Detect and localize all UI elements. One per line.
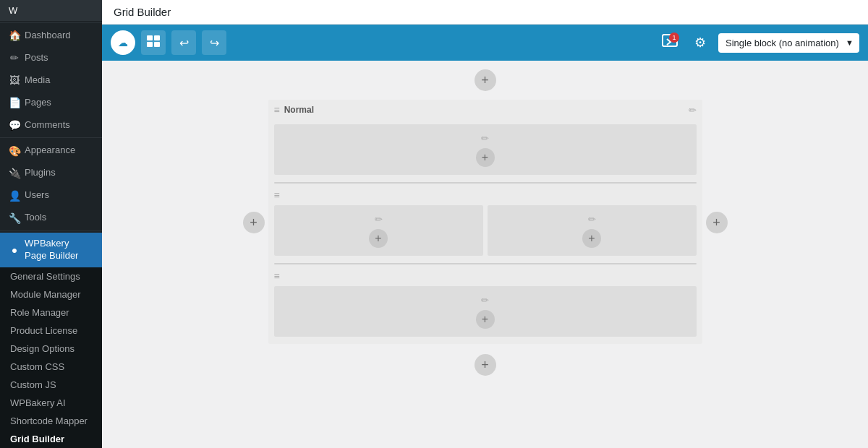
block-row-3: ✏ + — [268, 282, 702, 344]
posts-icon: ✏ — [9, 52, 20, 64]
sidebar-item-pages[interactable]: 📄 Pages — [0, 92, 102, 114]
submenu-general-settings[interactable]: General Settings — [0, 267, 102, 285]
sidebar-item-wpbakery[interactable]: ● WPBakery Page Builder — [0, 233, 102, 267]
undo-button[interactable]: ↩ — [171, 30, 196, 55]
sidebar-item-label: Users — [25, 189, 49, 202]
animation-select[interactable]: Single block (no animation) Multiple blo… — [718, 33, 859, 53]
row-separator-2 — [268, 260, 702, 267]
preview-badge: 1 — [669, 33, 679, 43]
undo-icon: ↩ — [179, 36, 189, 50]
inner-col-1-1: ✏ + — [274, 124, 697, 175]
col-edit-icon-2[interactable]: ✏ — [375, 214, 383, 225]
redo-icon: ↪ — [210, 36, 219, 50]
layout-button[interactable] — [141, 30, 166, 55]
submenu-role-manager[interactable]: Role Manager — [0, 303, 102, 322]
redo-button[interactable]: ↪ — [202, 30, 226, 55]
submenu-custom-js[interactable]: Custom JS — [0, 376, 102, 394]
canvas-area: + + ≡ Normal ✏ — [102, 61, 868, 448]
col-add-button-2[interactable]: + — [369, 229, 388, 248]
add-col-right-button[interactable]: + — [706, 212, 728, 233]
col-edit-icon-3[interactable]: ✏ — [588, 214, 596, 225]
sidebar-item-posts[interactable]: ✏ Posts — [0, 47, 102, 69]
add-row-top-button[interactable]: + — [475, 69, 496, 91]
wp-logo-icon: W — [9, 5, 17, 16]
sidebar-item-label: WPBakery Page Builder — [25, 238, 93, 262]
col-edit-icon-4[interactable]: ✏ — [481, 295, 489, 306]
svg-rect-1 — [154, 35, 160, 40]
col-add-button-4[interactable]: + — [476, 310, 495, 329]
svg-rect-0 — [147, 35, 153, 40]
submenu-design-options[interactable]: Design Options — [0, 340, 102, 358]
layout-icon — [147, 35, 160, 50]
sidebar-item-media[interactable]: 🖼 Media — [0, 69, 102, 92]
block-label: Normal — [284, 105, 689, 115]
submenu-module-manager[interactable]: Module Manager — [0, 285, 102, 303]
submenu-product-license[interactable]: Product License — [0, 322, 102, 340]
sidebar: W 🏠 Dashboard ✏ Posts 🖼 Media 📄 Pages 💬 … — [0, 0, 102, 448]
dashboard-icon: 🏠 — [9, 30, 20, 41]
svg-rect-2 — [147, 42, 153, 47]
sidebar-item-plugins[interactable]: 🔌 Plugins — [0, 162, 102, 184]
animation-select-wrap: Single block (no animation) Multiple blo… — [718, 33, 859, 53]
svg-rect-3 — [154, 42, 160, 47]
main-content: Grid Builder ☁ ↩ ↪ — [102, 0, 868, 448]
sidebar-item-label: Dashboard — [25, 30, 71, 42]
sidebar-item-appearance[interactable]: 🎨 Appearance — [0, 139, 102, 162]
sidebar-item-dashboard[interactable]: 🏠 Dashboard — [0, 25, 102, 47]
sidebar-item-label: Media — [25, 74, 50, 87]
block-row-2: ✏ + ✏ + — [268, 201, 702, 260]
cloud-save-button[interactable]: ☁ — [111, 30, 135, 55]
preview-button[interactable]: 1 — [658, 30, 682, 55]
tools-icon: 🔧 — [9, 212, 20, 224]
submenu-wpbakery-ai[interactable]: WPBakery AI — [0, 394, 102, 412]
inner-col-2-1: ✏ + — [274, 205, 483, 256]
block-edit-button[interactable]: ✏ — [689, 105, 697, 116]
row-separator-1 — [268, 179, 702, 186]
sidebar-item-users[interactable]: 👤 Users — [0, 184, 102, 207]
content-block-normal: ≡ Normal ✏ ✏ + — [268, 100, 702, 344]
submenu-custom-css[interactable]: Custom CSS — [0, 358, 102, 376]
grid-block: ≡ Normal ✏ ✏ + — [268, 100, 702, 345]
cloud-icon: ☁ — [118, 37, 128, 48]
main-block-row: + ≡ Normal ✏ ✏ — [239, 100, 731, 345]
toolbar: ☁ ↩ ↪ — [102, 25, 868, 61]
page-title-bar: Grid Builder — [102, 0, 868, 25]
top-add-row: + — [239, 61, 731, 100]
submenu-grid-builder[interactable]: Grid Builder — [0, 430, 102, 448]
pages-icon: 📄 — [9, 97, 20, 108]
block-row-3-header: ≡ — [268, 267, 702, 282]
right-add-button-wrap: + — [702, 212, 731, 233]
sidebar-item-label: Posts — [25, 52, 48, 64]
submenu-shortcode-mapper[interactable]: Shortcode Mapper — [0, 412, 102, 430]
page-title: Grid Builder — [114, 6, 171, 18]
left-add-button-wrap: + — [239, 212, 268, 233]
inner-col-3-1: ✏ + — [274, 286, 697, 337]
inner-col-2-2: ✏ + — [488, 205, 697, 256]
media-icon: 🖼 — [9, 74, 20, 86]
add-row-bottom-button[interactable]: + — [475, 354, 496, 376]
sidebar-item-label: Appearance — [25, 145, 75, 157]
sidebar-submenu: General Settings Module Manager Role Man… — [0, 267, 102, 448]
col-add-button-3[interactable]: + — [582, 229, 601, 248]
block-row-1: ✏ + — [268, 120, 702, 179]
wpbakery-icon: ● — [9, 244, 20, 256]
block-row-2-header: ≡ — [268, 186, 702, 201]
sidebar-item-label: Tools — [25, 212, 46, 224]
add-col-left-button[interactable]: + — [243, 212, 265, 233]
drag-handle-row2-icon[interactable]: ≡ — [274, 189, 280, 201]
sidebar-item-tools[interactable]: 🔧 Tools — [0, 207, 102, 229]
col-add-button[interactable]: + — [476, 148, 495, 167]
settings-icon: ⚙ — [694, 35, 706, 51]
bottom-add-row: + — [239, 345, 731, 384]
sidebar-logo[interactable]: W — [0, 0, 102, 21]
plugins-icon: 🔌 — [9, 168, 20, 179]
settings-button[interactable]: ⚙ — [688, 30, 712, 55]
sidebar-item-comments[interactable]: 💬 Comments — [0, 114, 102, 137]
col-edit-icon[interactable]: ✏ — [481, 133, 489, 144]
drag-handle-icon[interactable]: ≡ — [274, 104, 280, 116]
sidebar-item-label: Plugins — [25, 167, 56, 179]
appearance-icon: 🎨 — [9, 145, 20, 157]
sidebar-item-label: Comments — [25, 119, 70, 132]
drag-handle-row3-icon[interactable]: ≡ — [274, 270, 280, 282]
toolbar-right: 1 ⚙ Single block (no animation) Multiple… — [658, 30, 859, 55]
